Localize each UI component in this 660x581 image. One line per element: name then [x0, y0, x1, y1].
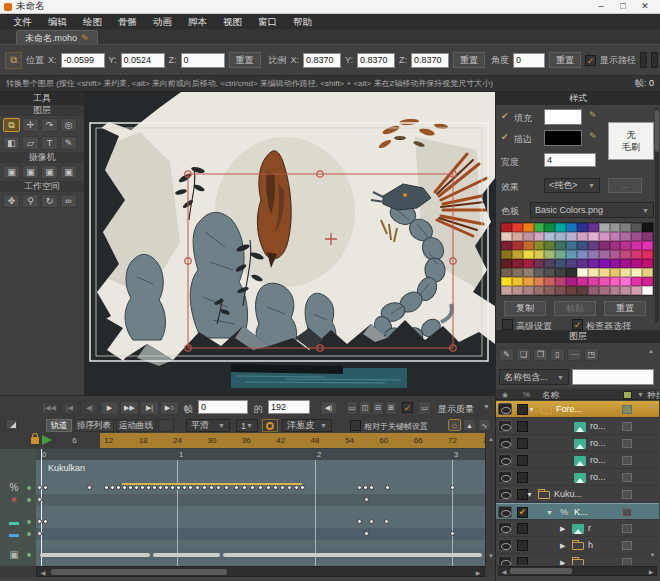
layer-animate-checkbox[interactable]: [517, 438, 528, 449]
palette-swatch[interactable]: [631, 223, 642, 232]
palette-swatch[interactable]: [631, 268, 642, 277]
palette-swatch[interactable]: [555, 259, 566, 268]
more-layer-options-button[interactable]: ⋯: [567, 348, 582, 361]
palette-swatch[interactable]: [523, 286, 534, 295]
style-panel-scrollbar[interactable]: [655, 108, 659, 322]
palette-swatch[interactable]: [523, 241, 534, 250]
keyframe-dot[interactable]: [450, 485, 455, 490]
flip-layer-tool[interactable]: ◧: [3, 136, 20, 150]
palette-swatch[interactable]: [555, 268, 566, 277]
keyframe-dot[interactable]: [209, 485, 214, 490]
palette-swatch[interactable]: [566, 268, 577, 277]
inspector-select-checkbox[interactable]: ✓: [572, 319, 583, 330]
palette-swatch[interactable]: [631, 250, 642, 259]
roll-camera-tool[interactable]: ▣: [41, 165, 58, 179]
palette-swatch[interactable]: [588, 223, 599, 232]
scale-y-input[interactable]: 0.8370: [357, 53, 395, 68]
keyframe-dot[interactable]: [195, 485, 200, 490]
palette-swatch[interactable]: [588, 277, 599, 286]
menu-item-draw[interactable]: 绘图: [76, 14, 109, 29]
keyframe-dot[interactable]: [266, 485, 271, 490]
palette-swatch[interactable]: [512, 268, 523, 277]
keyframe-dot[interactable]: [37, 485, 42, 490]
keyframe-dot[interactable]: [242, 485, 247, 490]
clipped-toolbar-button[interactable]: [651, 52, 658, 68]
reset-scale-button[interactable]: 重置: [453, 52, 485, 68]
palette-swatch[interactable]: [534, 223, 545, 232]
position-y-input[interactable]: 0.0524: [121, 53, 165, 68]
palette-swatch[interactable]: [588, 286, 599, 295]
keyframe-dot[interactable]: [202, 485, 207, 490]
layer-animate-checkbox[interactable]: ✔: [517, 507, 528, 518]
layer-expand-icon[interactable]: ▶: [560, 542, 565, 550]
palette-swatch[interactable]: [566, 259, 577, 268]
keyframe-dot[interactable]: [273, 485, 278, 490]
paste-style-button[interactable]: 粘贴: [554, 301, 596, 316]
scroll-left-icon[interactable]: ◀: [500, 568, 508, 575]
keyframe-dot[interactable]: [357, 519, 362, 524]
layer-color-swatch[interactable]: [622, 422, 632, 431]
palette-swatch[interactable]: [523, 250, 534, 259]
tab-sort-list[interactable]: 排序列表: [74, 419, 114, 432]
palette-swatch[interactable]: [544, 268, 555, 277]
layer-visibility-eye-icon[interactable]: [498, 403, 512, 415]
layer-visibility-eye-icon[interactable]: [498, 556, 512, 565]
palette-swatch[interactable]: [577, 250, 588, 259]
palette-swatch[interactable]: [523, 268, 534, 277]
layer-row[interactable]: ▶: [496, 554, 659, 565]
palette-swatch[interactable]: [544, 286, 555, 295]
layer-visibility-eye-icon[interactable]: [498, 522, 512, 534]
timeline-layout-rows-button[interactable]: ⊟: [372, 401, 384, 415]
palette-swatch[interactable]: [599, 241, 610, 250]
layers-scroll-up-icon[interactable]: ▲: [648, 403, 657, 409]
palette-swatch[interactable]: [631, 286, 642, 295]
audio-icon[interactable]: ◀): [320, 401, 337, 415]
keyframe-dot[interactable]: [258, 485, 263, 490]
keyframe-dot[interactable]: [37, 519, 42, 524]
layer-row[interactable]: ro...: [496, 418, 659, 435]
palette-swatch[interactable]: [501, 232, 512, 241]
keyframe-dot[interactable]: [364, 497, 369, 502]
palette-swatch[interactable]: [501, 259, 512, 268]
maximize-button[interactable]: □: [612, 0, 634, 13]
palette-swatch[interactable]: [512, 277, 523, 286]
layer-color-swatch[interactable]: [622, 473, 632, 482]
palette-swatch[interactable]: [544, 250, 555, 259]
palette-swatch[interactable]: [544, 232, 555, 241]
palette-swatch[interactable]: [599, 259, 610, 268]
keyframe-dot[interactable]: [385, 485, 390, 490]
layer-animate-checkbox[interactable]: [517, 421, 528, 432]
set-origin-tool[interactable]: ✛: [22, 118, 39, 132]
palette-swatch[interactable]: [599, 250, 610, 259]
palette-swatch[interactable]: [631, 241, 642, 250]
audio-wave-icon[interactable]: ∿: [478, 419, 491, 431]
muscle-channel-icon[interactable]: ♥: [5, 493, 23, 505]
palette-swatch[interactable]: [534, 259, 545, 268]
palette-swatch[interactable]: [555, 286, 566, 295]
layer-color-swatch[interactable]: [622, 405, 632, 414]
close-button[interactable]: ✕: [634, 0, 656, 13]
keyframe-dot[interactable]: [110, 485, 115, 490]
layer-color-swatch[interactable]: [622, 439, 632, 448]
layer-visibility-eye-icon[interactable]: [498, 471, 512, 483]
keyframe-dot[interactable]: [357, 485, 362, 490]
palette-swatch[interactable]: [555, 241, 566, 250]
palette-swatch[interactable]: [501, 250, 512, 259]
layer-color-swatch[interactable]: [622, 508, 632, 517]
scale-x-input[interactable]: 0.8370: [303, 53, 341, 68]
timeline-layout-grid-button[interactable]: ⊞: [385, 401, 397, 415]
menu-item-view[interactable]: 视图: [216, 14, 249, 29]
layer-row[interactable]: ▼Kuku...: [496, 486, 659, 503]
palette-swatch[interactable]: [588, 268, 599, 277]
smoothing-dropdown[interactable]: 平滑▼: [186, 419, 230, 432]
palette-swatch[interactable]: [588, 241, 599, 250]
layer-expand-icon[interactable]: ▼: [546, 509, 553, 516]
keyframe-dot[interactable]: [216, 485, 221, 490]
fill-eyedropper-icon[interactable]: ✎: [589, 110, 597, 120]
playhead-icon[interactable]: [42, 435, 52, 445]
zoom-camera-tool[interactable]: ▣: [22, 165, 39, 179]
keyframe-dot[interactable]: [43, 519, 48, 524]
layer-animate-checkbox[interactable]: [517, 472, 528, 483]
palette-swatch[interactable]: [555, 223, 566, 232]
palette-swatch[interactable]: [544, 277, 555, 286]
